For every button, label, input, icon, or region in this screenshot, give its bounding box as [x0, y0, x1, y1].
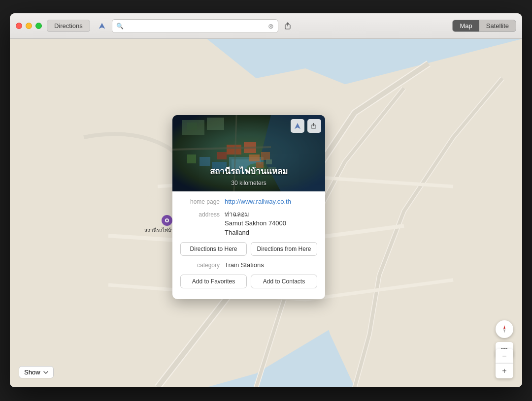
search-bar[interactable]: 🔍 Mahachai ⊗ — [112, 19, 278, 33]
directions-buttons-row: Directions to Here Directions from Here — [180, 242, 317, 256]
share-tool-button[interactable] — [307, 119, 321, 133]
directions-from-here-button[interactable]: Directions from Here — [251, 242, 317, 256]
maps-window: Directions 🔍 Mahachai ⊗ Map Satellite — [10, 13, 522, 387]
popup-toolbar — [291, 119, 321, 133]
close-button[interactable] — [16, 23, 22, 29]
map-button[interactable]: Map — [453, 20, 479, 31]
compass-icon — [499, 324, 509, 334]
svg-marker-29 — [503, 325, 505, 329]
category-value: Train Stations — [225, 261, 264, 270]
traffic-lights — [16, 23, 42, 29]
homepage-label: home page — [180, 197, 220, 206]
show-label: Show — [24, 369, 40, 376]
svg-marker-30 — [503, 329, 505, 333]
directions-tool-button[interactable] — [291, 119, 304, 133]
address-line1: ท่าฉลอม — [225, 210, 286, 219]
zoom-in-button[interactable]: + — [496, 364, 513, 378]
popup-location-name: สถานีรถไฟบ้านแหลม — [172, 164, 325, 178]
search-input[interactable]: Mahachai — [126, 22, 268, 30]
popup-body: home page http://www.railway.co.th addre… — [172, 191, 325, 299]
category-label: category — [180, 261, 220, 270]
titlebar: Directions 🔍 Mahachai ⊗ Map Satellite — [10, 13, 522, 39]
navigation-icon — [95, 19, 109, 33]
svg-marker-0 — [99, 23, 105, 29]
show-dropdown[interactable]: Show — [19, 366, 54, 378]
chevron-down-icon — [43, 371, 48, 374]
popup-distance: 30 kilometers — [172, 180, 325, 186]
minimize-button[interactable] — [26, 23, 32, 29]
satellite-button[interactable]: Satellite — [479, 20, 516, 31]
svg-point-5 — [166, 219, 168, 221]
compass-control[interactable] — [496, 320, 513, 338]
map-area[interactable]: สถานีรถไฟบ้านแหลม — [10, 39, 522, 387]
address-line2: Samut Sakhon 74000 — [225, 219, 286, 228]
search-clear-button[interactable]: ⊗ — [268, 22, 274, 30]
add-buttons-row: Add to Favorites Add to Contacts — [180, 275, 317, 288]
address-line3: Thailand — [225, 228, 286, 237]
address-label: address — [180, 210, 220, 237]
zoom-controls: − + — [496, 349, 513, 378]
popup-image: สถานีรถไฟบ้านแหลม 30 kilometers — [172, 115, 325, 191]
compass-outer[interactable] — [496, 320, 513, 338]
zoom-out-button[interactable]: − — [496, 349, 513, 364]
map-view-toggle: Map Satellite — [452, 20, 516, 32]
directions-tab[interactable]: Directions — [47, 20, 90, 32]
homepage-row: home page http://www.railway.co.th — [180, 197, 317, 206]
category-row: category Train Stations — [180, 261, 317, 270]
address-value: ท่าฉลอม Samut Sakhon 74000 Thailand — [225, 210, 286, 237]
map-pin[interactable]: สถานีรถไฟบ้านแหลม — [162, 215, 172, 226]
address-row: address ท่าฉลอม Samut Sakhon 74000 Thail… — [180, 210, 317, 237]
svg-marker-27 — [295, 123, 300, 129]
pin-marker — [162, 215, 172, 226]
maximize-button[interactable] — [35, 23, 42, 29]
search-icon: 🔍 — [116, 23, 124, 30]
add-to-favorites-button[interactable]: Add to Favorites — [180, 275, 247, 288]
add-to-contacts-button[interactable]: Add to Contacts — [251, 275, 317, 288]
share-button-titlebar[interactable] — [281, 19, 295, 33]
homepage-value[interactable]: http://www.railway.co.th — [225, 197, 291, 206]
directions-to-here-button[interactable]: Directions to Here — [180, 242, 247, 256]
popup-card: สถานีรถไฟบ้านแหลม 30 kilometers home pag… — [172, 115, 325, 299]
